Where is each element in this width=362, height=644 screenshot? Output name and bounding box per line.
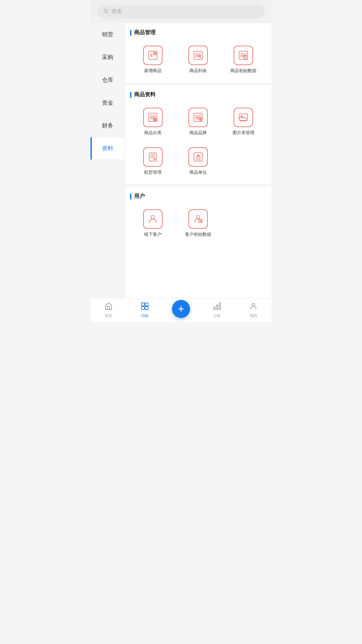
main-area: 销货 采购 仓库 资金 财务 资料 商品管理	[90, 23, 272, 298]
svg-rect-8	[244, 56, 248, 59]
product-brand-label: 商品品牌	[189, 130, 207, 136]
product-initial-data-label: 商品初始数据	[230, 68, 256, 74]
nav-item-function[interactable]: 功能	[127, 302, 163, 318]
offline-customer-label: 线下客户	[144, 231, 162, 237]
svg-point-25	[196, 215, 200, 219]
nav-item-add[interactable]	[163, 300, 199, 321]
product-unit-item[interactable]: 商品单位	[175, 143, 221, 179]
svg-rect-11	[154, 119, 155, 119]
svg-rect-35	[219, 303, 221, 310]
product-initial-data-icon	[234, 46, 253, 65]
model-management-label: 机型管理	[144, 169, 162, 175]
svg-line-1	[107, 12, 108, 13]
svg-rect-29	[141, 307, 144, 310]
model-management-icon	[143, 147, 163, 167]
sidebar-item-sales[interactable]: 销货	[90, 23, 124, 46]
customer-initial-data-item[interactable]: 客户初始数据	[175, 205, 221, 241]
svg-rect-14	[155, 120, 156, 120]
svg-rect-27	[141, 303, 144, 306]
product-category-label: 商品分类	[144, 130, 162, 136]
search-bar-container: 搜索	[90, 0, 272, 23]
content-panel: 商品管理 新增商品	[125, 23, 272, 298]
svg-rect-33	[214, 307, 215, 310]
image-management-label: 图片库管理	[233, 130, 254, 136]
section-title-product-info: 商品资料	[130, 91, 266, 98]
offline-customer-icon	[143, 209, 163, 229]
sidebar-item-capital[interactable]: 资金	[90, 92, 124, 114]
divider-2	[125, 184, 272, 187]
sidebar-item-finance[interactable]: 财务	[90, 114, 124, 137]
image-management-icon	[234, 108, 253, 127]
analysis-icon	[213, 302, 221, 312]
svg-point-24	[151, 215, 155, 219]
section-product-info: 商品资料 商品分类	[125, 85, 272, 184]
mine-icon	[249, 302, 257, 312]
svg-point-21	[155, 159, 156, 160]
section-product-management: 商品管理 新增商品	[125, 23, 272, 83]
search-placeholder: 搜索	[111, 8, 122, 15]
divider-1	[125, 83, 272, 85]
product-unit-icon	[188, 147, 208, 167]
add-product-label: 新增商品	[144, 68, 162, 74]
customer-initial-data-label: 客户初始数据	[185, 231, 211, 237]
offline-customer-item[interactable]: 线下客户	[130, 205, 175, 241]
bottom-navigation: 首页 功能 分析	[90, 298, 272, 322]
product-list-icon	[188, 46, 208, 65]
nav-item-home[interactable]: 首页	[90, 302, 127, 318]
home-label: 首页	[105, 313, 112, 318]
svg-point-19	[241, 115, 242, 117]
function-label: 功能	[141, 313, 148, 318]
analysis-label: 分析	[214, 313, 221, 318]
product-brand-item[interactable]: R 商品品牌	[175, 104, 221, 140]
section-users: 用户 线下客户	[125, 187, 272, 246]
customer-initial-data-icon	[188, 209, 208, 229]
product-info-grid: 商品分类 R 商品品牌	[130, 104, 266, 183]
home-icon	[105, 302, 113, 312]
function-icon	[141, 302, 149, 312]
search-icon	[103, 8, 109, 15]
add-product-icon	[143, 46, 163, 65]
sidebar-item-warehouse[interactable]: 仓库	[90, 69, 124, 92]
product-category-icon	[143, 108, 163, 127]
sidebar: 销货 采购 仓库 资金 财务 资料	[90, 23, 125, 298]
product-unit-label: 商品单位	[189, 169, 207, 175]
nav-item-mine[interactable]: 我的	[235, 302, 272, 318]
svg-rect-13	[154, 120, 155, 120]
model-management-item[interactable]: 机型管理	[130, 143, 175, 179]
mine-label: 我的	[250, 313, 257, 318]
product-list-label: 商品列表	[189, 68, 207, 74]
product-management-grid: 新增商品 商品列表	[130, 42, 266, 81]
svg-text:R: R	[200, 119, 201, 120]
section-title-product-management: 商品管理	[130, 29, 266, 36]
sidebar-item-purchase[interactable]: 采购	[90, 46, 124, 69]
users-grid: 线下客户 客户初始数据	[130, 205, 266, 245]
add-product-item[interactable]: 新增商品	[130, 42, 175, 78]
image-management-item[interactable]: 图片库管理	[221, 104, 266, 140]
product-brand-icon: R	[188, 108, 208, 127]
search-bar[interactable]: 搜索	[97, 5, 265, 18]
svg-point-36	[252, 304, 255, 306]
svg-rect-28	[145, 303, 148, 306]
svg-rect-34	[217, 305, 218, 310]
section-title-users: 用户	[130, 193, 266, 200]
product-category-item[interactable]: 商品分类	[130, 104, 175, 140]
nav-item-analysis[interactable]: 分析	[199, 302, 235, 318]
product-list-item[interactable]: 商品列表	[175, 42, 221, 78]
svg-rect-30	[145, 307, 148, 310]
svg-rect-12	[155, 119, 156, 119]
add-button[interactable]	[172, 300, 190, 318]
sidebar-item-data[interactable]: 资料	[90, 137, 124, 160]
product-initial-data-item[interactable]: 商品初始数据	[221, 42, 266, 78]
